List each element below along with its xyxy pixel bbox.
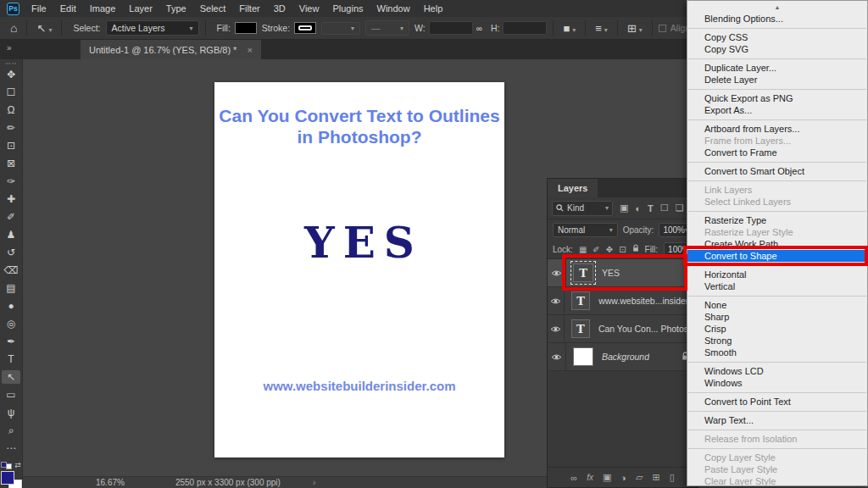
- rectangle-tool-icon[interactable]: ▭: [2, 388, 20, 402]
- layer-visibility-toggle[interactable]: [548, 287, 565, 314]
- menu-item-duplicate-layer[interactable]: Duplicate Layer...: [687, 62, 867, 74]
- type-tool-icon[interactable]: T: [2, 352, 20, 366]
- document-tab[interactable]: Untitled-1 @ 16.7% (YES, RGB/8) * ×: [81, 40, 261, 59]
- tab-close-icon[interactable]: ×: [247, 45, 252, 55]
- type-layer-thumbnail[interactable]: T: [571, 319, 590, 338]
- zoom-level-field[interactable]: 16.67%: [96, 478, 125, 487]
- menu-item-create-work-path[interactable]: Create Work Path: [687, 238, 867, 250]
- menu-item-windows-lcd[interactable]: Windows LCD: [687, 365, 867, 377]
- menu-file[interactable]: File: [25, 0, 53, 17]
- select-mode-dropdown[interactable]: Active Layers▾: [106, 20, 199, 36]
- lock-artboard-icon[interactable]: ⊡: [619, 245, 626, 254]
- hand-tool-icon[interactable]: ψ: [2, 406, 20, 419]
- layer-mask-icon[interactable]: ▣: [603, 472, 611, 483]
- menu-window[interactable]: Window: [370, 0, 417, 17]
- type-layer-thumbnail[interactable]: T: [573, 263, 593, 282]
- menu-item-convert-to-frame[interactable]: Convert to Frame: [687, 147, 867, 158]
- lock-pixels-icon[interactable]: ✐: [593, 245, 599, 254]
- eye-icon[interactable]: [550, 297, 561, 305]
- blend-mode-dropdown[interactable]: Normal▾: [553, 223, 618, 237]
- menu-item-convert-to-point-text[interactable]: Convert to Point Text: [687, 396, 867, 408]
- status-chevron-icon[interactable]: ›: [313, 478, 315, 487]
- layers-tab[interactable]: Layers: [548, 179, 598, 197]
- layer-row-can-you-con-photoshop[interactable]: TCan You Con... Photoshop?: [548, 315, 698, 343]
- menu-item-convert-to-smart-object[interactable]: Convert to Smart Object: [687, 165, 867, 177]
- eraser-tool-icon[interactable]: ⌫: [2, 263, 20, 277]
- menu-item-warp-text[interactable]: Warp Text...: [687, 414, 867, 426]
- document-page[interactable]: Can You Convert Text to Outlines in Phot…: [214, 82, 504, 458]
- stroke-swatch[interactable]: [294, 22, 316, 34]
- width-field[interactable]: [429, 21, 473, 35]
- layer-row-www-websiteb-insider-com[interactable]: Twww.websiteb...insider.com: [548, 287, 698, 315]
- path-alignment-icon[interactable]: ≡▾: [592, 22, 611, 35]
- filter-shape-layers-icon[interactable]: ☐: [660, 202, 669, 214]
- menu-3d[interactable]: 3D: [267, 0, 292, 17]
- menu-scroll-up-icon[interactable]: ▲: [687, 3, 867, 13]
- menu-item-copy-css[interactable]: Copy CSS: [687, 31, 867, 43]
- path-selection-tool-icon[interactable]: ↖: [2, 370, 20, 384]
- height-field[interactable]: [503, 21, 547, 35]
- filter-smart-objects-icon[interactable]: ❏: [676, 202, 684, 214]
- menu-item-blending-options[interactable]: Blending Options...: [687, 13, 867, 25]
- adjustment-layer-icon[interactable]: ◑: [620, 473, 626, 483]
- menu-item-horizontal[interactable]: Horizontal: [687, 269, 867, 280]
- menu-item-windows[interactable]: Windows: [687, 377, 867, 389]
- filter-kind-dropdown[interactable]: Kind▾: [552, 201, 613, 216]
- blur-tool-icon[interactable]: ●: [2, 299, 20, 313]
- menu-select[interactable]: Select: [193, 0, 233, 17]
- menu-image[interactable]: Image: [83, 0, 123, 17]
- menu-item-none[interactable]: None: [687, 299, 867, 311]
- menu-item-rasterize-type[interactable]: Rasterize Type: [687, 214, 867, 226]
- layer-row-yes[interactable]: TYES: [548, 259, 698, 287]
- menu-item-smooth[interactable]: Smooth: [687, 347, 867, 358]
- path-operations-icon[interactable]: ■▾: [559, 22, 579, 35]
- menu-item-vertical[interactable]: Vertical: [687, 280, 867, 292]
- home-icon[interactable]: ⌂: [7, 21, 20, 35]
- filter-type-layers-icon[interactable]: T: [648, 203, 654, 214]
- swap-colors-icon[interactable]: ⇄: [14, 461, 21, 469]
- filter-pixel-layers-icon[interactable]: ▣: [620, 202, 628, 214]
- menu-view[interactable]: View: [292, 0, 326, 17]
- layer-visibility-toggle[interactable]: [548, 259, 566, 286]
- menu-item-artboard-from-layers[interactable]: Artboard from Layers...: [687, 123, 867, 135]
- menu-item-sharp[interactable]: Sharp: [687, 311, 867, 323]
- menu-help[interactable]: Help: [417, 0, 450, 17]
- menu-layer[interactable]: Layer: [122, 0, 159, 17]
- dodge-tool-icon[interactable]: ◎: [2, 317, 20, 330]
- crop-tool-icon[interactable]: ⊡: [2, 139, 20, 152]
- delete-layer-icon[interactable]: ▯: [670, 472, 675, 483]
- eye-icon[interactable]: [550, 325, 561, 333]
- layer-visibility-toggle[interactable]: [548, 315, 565, 342]
- menu-type[interactable]: Type: [159, 0, 193, 17]
- menu-item-delete-layer[interactable]: Delete Layer: [687, 74, 867, 86]
- move-tool-icon[interactable]: ✥: [2, 68, 20, 81]
- filter-adjustment-layers-icon[interactable]: ◐: [635, 203, 641, 214]
- layer-style-icon[interactable]: fx: [587, 473, 593, 482]
- marquee-tool-icon[interactable]: ☐: [2, 86, 20, 99]
- layer-visibility-toggle[interactable]: [548, 343, 566, 370]
- menu-item-strong[interactable]: Strong: [687, 335, 867, 347]
- clone-stamp-tool-icon[interactable]: ♟: [2, 228, 20, 241]
- background-layer-thumbnail[interactable]: [573, 347, 593, 366]
- menu-item-quick-export-as-png[interactable]: Quick Export as PNG: [687, 92, 867, 104]
- quick-selection-tool-icon[interactable]: ✏: [2, 121, 20, 135]
- color-picker-control[interactable]: [0, 471, 22, 488]
- foreground-color-swatch[interactable]: [1, 471, 14, 485]
- brush-tool-icon[interactable]: ✐: [2, 210, 20, 224]
- eye-icon[interactable]: [551, 269, 562, 277]
- gradient-tool-icon[interactable]: ▤: [2, 281, 20, 295]
- eye-icon[interactable]: [551, 353, 562, 361]
- tool-preset-icon[interactable]: ↖▾: [33, 22, 55, 35]
- type-layer-thumbnail[interactable]: T: [571, 291, 590, 310]
- zoom-tool-icon[interactable]: ⌕: [2, 424, 20, 437]
- link-layers-icon[interactable]: ∞: [570, 473, 577, 483]
- eyedropper-tool-icon[interactable]: ✑: [2, 175, 20, 188]
- lock-transparency-icon[interactable]: ▦: [579, 245, 587, 254]
- menu-item-copy-svg[interactable]: Copy SVG: [687, 43, 867, 55]
- path-arrangement-icon[interactable]: ⊞▾: [624, 22, 646, 35]
- fill-swatch[interactable]: [235, 22, 257, 34]
- frame-tool-icon[interactable]: ⊠: [2, 157, 20, 170]
- menu-item-convert-to-shape[interactable]: Convert to Shape: [687, 250, 867, 262]
- lock-all-icon[interactable]: [632, 244, 639, 254]
- healing-brush-tool-icon[interactable]: ✚: [2, 192, 20, 206]
